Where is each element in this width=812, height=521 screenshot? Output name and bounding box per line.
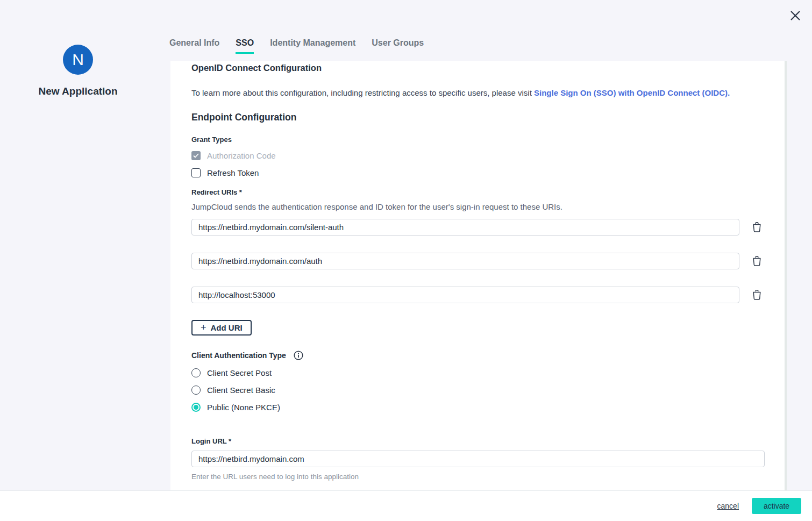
scrollbar[interactable] [785, 61, 787, 490]
authorization-code-checkbox[interactable] [191, 151, 201, 160]
page-title: New Application [0, 85, 156, 97]
tab-bar: General Info SSO Identity Management Use… [169, 38, 424, 54]
client-secret-basic-label: Client Secret Basic [207, 386, 275, 395]
redirect-uri-row [191, 287, 787, 303]
redirect-uri-input-2[interactable] [191, 253, 739, 269]
client-secret-post-row: Client Secret Post [191, 368, 787, 377]
delete-uri-button-1[interactable] [751, 222, 762, 233]
client-secret-basic-row: Client Secret Basic [191, 386, 787, 395]
footer-action-bar: cancel activate [0, 490, 812, 521]
activate-button[interactable]: activate [752, 498, 801, 514]
cancel-link[interactable]: cancel [717, 502, 739, 510]
close-button[interactable] [786, 6, 804, 25]
delete-uri-button-3[interactable] [751, 289, 762, 301]
endpoint-configuration-title: Endpoint Configuration [191, 112, 787, 123]
redirect-uri-row [191, 219, 787, 235]
delete-uri-button-2[interactable] [751, 255, 762, 267]
tab-user-groups[interactable]: User Groups [372, 38, 424, 54]
tab-sso[interactable]: SSO [236, 38, 254, 54]
redirect-uris-help: JumpCloud sends the authentication respo… [191, 202, 787, 211]
client-secret-basic-radio[interactable] [191, 386, 201, 395]
trash-icon [752, 290, 761, 301]
grant-types-label: Grant Types [191, 135, 787, 144]
oidc-docs-link[interactable]: Single Sign On (SSO) with OpenID Connect… [534, 88, 730, 97]
login-url-label: Login URL * [191, 437, 787, 445]
trash-icon [752, 256, 761, 267]
public-pkce-label: Public (None PKCE) [207, 403, 280, 412]
close-icon [789, 9, 802, 22]
plus-icon: + [201, 323, 206, 332]
tab-identity-management[interactable]: Identity Management [270, 38, 355, 54]
avatar-letter: N [72, 51, 84, 69]
redirect-uri-row [191, 253, 787, 269]
authorization-code-label: Authorization Code [207, 151, 276, 160]
client-auth-info-button[interactable] [294, 351, 303, 360]
public-pkce-row: Public (None PKCE) [191, 403, 787, 412]
client-secret-post-label: Client Secret Post [207, 368, 272, 377]
client-auth-type-header: Client Authentication Type [191, 351, 787, 360]
check-icon [193, 153, 199, 158]
info-icon [294, 351, 303, 360]
client-auth-type-label: Client Authentication Type [191, 351, 286, 360]
tab-general-info[interactable]: General Info [169, 38, 219, 54]
refresh-token-label: Refresh Token [207, 168, 259, 177]
add-uri-button[interactable]: + Add URI [191, 320, 252, 336]
trash-icon [752, 222, 761, 233]
sso-config-panel: OpenID Connect Configuration To learn mo… [170, 61, 787, 490]
add-uri-button-label: Add URI [211, 323, 243, 332]
avatar: N [63, 45, 93, 75]
redirect-uri-input-3[interactable] [191, 287, 739, 303]
public-pkce-radio[interactable] [191, 403, 201, 412]
intro-text-plain: To learn more about this configuration, … [191, 88, 534, 97]
redirect-uri-input-1[interactable] [191, 219, 739, 235]
client-secret-post-radio[interactable] [191, 368, 201, 377]
redirect-uris-label: Redirect URIs * [191, 188, 787, 196]
login-url-help: Enter the URL users need to log into thi… [191, 473, 787, 481]
grant-type-refresh-token-row: Refresh Token [191, 168, 787, 177]
login-url-input[interactable] [191, 451, 765, 467]
intro-text: To learn more about this configuration, … [191, 88, 787, 97]
refresh-token-checkbox[interactable] [191, 168, 201, 177]
grant-type-authorization-code-row: Authorization Code [191, 151, 787, 160]
section-title: OpenID Connect Configuration [191, 63, 787, 73]
